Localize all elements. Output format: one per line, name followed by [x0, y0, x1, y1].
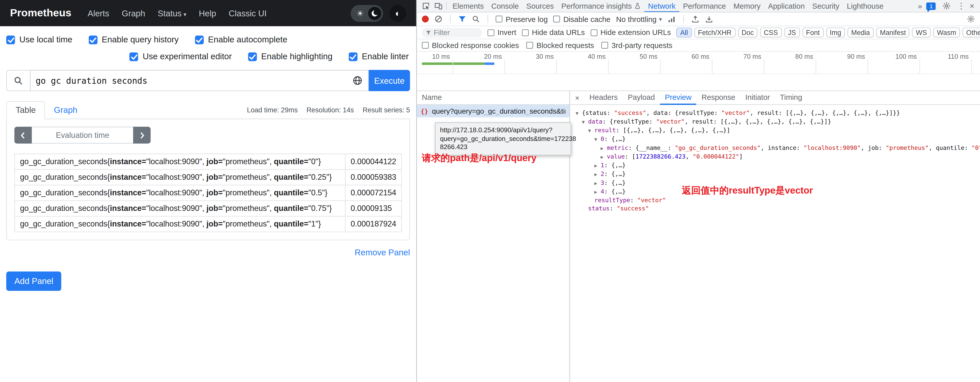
disclosure-triangle-open[interactable]: ▼ [576, 109, 582, 117]
close-devtools-icon[interactable]: × [969, 2, 974, 10]
record-icon[interactable] [422, 16, 429, 22]
sun-icon[interactable]: ☀ [356, 9, 364, 17]
checkbox-box[interactable] [590, 29, 597, 36]
clear-icon[interactable] [434, 15, 442, 23]
more-tabs-icon[interactable]: » [918, 2, 922, 10]
checkbox-blocked-requests[interactable]: Blocked requests [527, 41, 594, 49]
option-enable-highlighting[interactable]: Enable highlighting [248, 52, 332, 61]
tab-elements[interactable]: Elements [449, 0, 488, 12]
tab-network[interactable]: Network [644, 0, 679, 12]
nav-item-status[interactable]: Status▾ [151, 8, 192, 18]
timeline-overview[interactable]: 10 ms20 ms30 ms40 ms50 ms60 ms70 ms80 ms… [417, 52, 980, 74]
tab-performance-insights[interactable]: Performance insights [557, 0, 644, 12]
tree-line[interactable]: ▶2: {,…} [576, 170, 980, 179]
tab-memory[interactable]: Memory [730, 0, 764, 12]
theme-toggle-pill[interactable]: ☀ [351, 5, 383, 21]
tree-line[interactable]: ▼result: [{,…}, {,…}, {,…}, {,…}, {,…}] [576, 126, 980, 135]
filter-chip-media[interactable]: Media [847, 28, 874, 38]
hide-data-urls-checkbox[interactable]: Hide data URLs [522, 28, 585, 37]
filter-chip-ws[interactable]: WS [912, 28, 931, 38]
table-row[interactable]: go_gc_duration_seconds{instance="localho… [14, 170, 401, 185]
network-conditions-icon[interactable] [668, 15, 676, 23]
name-column-header[interactable]: Name [417, 91, 570, 105]
nav-item-help[interactable]: Help [192, 8, 223, 18]
detail-tab-response[interactable]: Response [697, 91, 740, 105]
option-use-experimental-editor[interactable]: Use experimental editor [129, 52, 232, 61]
disclosure-triangle-closed[interactable]: ▶ [595, 188, 601, 196]
kebab-menu-icon[interactable]: ⋮ [957, 2, 965, 10]
metrics-explorer-icon[interactable] [347, 76, 368, 86]
moon-icon[interactable] [368, 6, 381, 20]
disclosure-triangle-open[interactable]: ▼ [588, 127, 594, 135]
table-row[interactable]: go_gc_duration_seconds{instance="localho… [14, 201, 401, 216]
detail-tab-preview[interactable]: Preview [660, 91, 697, 105]
filter-chip-js[interactable]: JS [784, 28, 800, 38]
detail-tab-headers[interactable]: Headers [584, 91, 623, 105]
filter-chip-other[interactable]: Other [963, 28, 980, 38]
nav-item-alerts[interactable]: Alerts [81, 8, 116, 18]
hide-extension-urls-checkbox[interactable]: Hide extension URLs [590, 28, 671, 37]
filter-chip-img[interactable]: Img [826, 28, 845, 38]
checkbox-box[interactable] [522, 29, 529, 36]
tab-security[interactable]: Security [808, 0, 843, 12]
checkbox-box[interactable] [487, 29, 494, 36]
option-enable-linter[interactable]: Enable linter [349, 52, 409, 61]
tree-line[interactable]: ▶value: [1722388266.423, "0.000044122"] [576, 152, 980, 161]
checkbox-box[interactable] [496, 16, 503, 22]
export-har-icon[interactable] [705, 15, 713, 23]
settings-gear-icon[interactable] [940, 2, 953, 10]
disclosure-triangle-closed[interactable]: ▶ [595, 162, 601, 170]
filter-input[interactable] [434, 29, 478, 36]
detail-tab-timing[interactable]: Timing [775, 91, 807, 105]
checkbox-box[interactable] [195, 35, 204, 44]
console-messages-badge[interactable]: 1 [927, 2, 936, 10]
tab-graph[interactable]: Graph [45, 101, 86, 119]
tree-line[interactable]: ▼{status: "success", data: {resultType: … [576, 109, 980, 117]
disclosure-triangle-open[interactable]: ▼ [582, 118, 588, 126]
tree-line[interactable]: ▼0: {,…} [576, 135, 980, 144]
disable-cache-checkbox[interactable]: Disable cache [554, 14, 611, 23]
detail-tab-initiator[interactable]: Initiator [740, 91, 775, 105]
prev-time-button[interactable] [14, 127, 32, 144]
tab-lighthouse[interactable]: Lighthouse [843, 0, 887, 12]
tab-performance[interactable]: Performance [679, 0, 730, 12]
option-use-local-time[interactable]: Use local time [6, 35, 72, 44]
filter-chip-font[interactable]: Font [802, 28, 823, 38]
tree-line[interactable]: ▶metric: {__name__: "go_gc_duration_seco… [576, 144, 980, 152]
checkbox-box[interactable] [422, 42, 429, 49]
filter-chip-css[interactable]: CSS [760, 28, 782, 38]
auto-theme-icon[interactable]: ◐ [389, 5, 406, 21]
disclosure-triangle-closed[interactable]: ▶ [595, 179, 601, 187]
disclosure-triangle-closed[interactable]: ▶ [601, 144, 607, 152]
disclosure-triangle-closed[interactable]: ▶ [601, 153, 607, 161]
checkbox-3rd-party-requests[interactable]: 3rd-party requests [601, 41, 672, 49]
disclosure-triangle-open[interactable]: ▼ [595, 135, 601, 144]
option-enable-query-history[interactable]: Enable query history [89, 35, 178, 44]
close-detail-icon[interactable]: × [570, 93, 584, 102]
next-time-button[interactable] [133, 127, 151, 144]
tab-application[interactable]: Application [764, 0, 808, 12]
detail-tab-payload[interactable]: Payload [623, 91, 660, 105]
tree-line[interactable]: ▼data: {resultType: "vector", result: [{… [576, 117, 980, 126]
disclosure-triangle-closed[interactable]: ▶ [595, 170, 601, 179]
filter-input-pill[interactable] [422, 28, 482, 37]
evaluation-time-input[interactable] [32, 127, 133, 144]
preserve-log-checkbox[interactable]: Preserve log [496, 14, 548, 23]
throttling-dropdown[interactable]: No throttling ▾ [616, 14, 662, 23]
invert-checkbox[interactable]: Invert [487, 28, 516, 37]
filter-icon[interactable] [458, 15, 466, 23]
tab-sources[interactable]: Sources [522, 0, 557, 12]
request-row[interactable]: {}query?query=go_gc_duration_seconds&tim… [417, 105, 570, 117]
filter-chip-fetch-xhr[interactable]: Fetch/XHR [694, 28, 735, 38]
device-toolbar-icon[interactable] [432, 2, 444, 10]
inspect-element-icon[interactable] [420, 2, 432, 10]
table-row[interactable]: go_gc_duration_seconds{instance="localho… [14, 154, 401, 170]
remove-panel-link[interactable]: Remove Panel [355, 248, 410, 257]
tab-console[interactable]: Console [487, 0, 522, 12]
checkbox-box[interactable] [527, 42, 533, 49]
tree-line[interactable]: ▶1: {,…} [576, 161, 980, 170]
option-enable-autocomplete[interactable]: Enable autocomplete [195, 35, 287, 44]
checkbox-box[interactable] [349, 52, 357, 61]
checkbox-box[interactable] [6, 35, 15, 44]
filter-chip-doc[interactable]: Doc [738, 28, 757, 38]
